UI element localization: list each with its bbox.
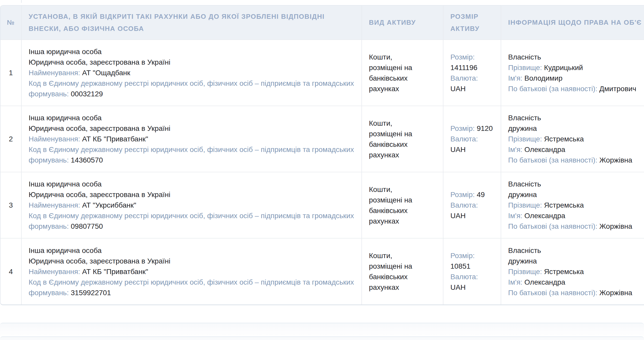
entity-code-line: Код в Єдиному державному реєстрі юридичн…: [29, 277, 354, 298]
entity-code-line: Код в Єдиному державному реєстрі юридичн…: [29, 78, 354, 99]
size-label: Розмір:: [450, 53, 475, 61]
firstname-value: Олександра: [524, 146, 565, 154]
col-header-asset-size: РОЗМІР АКТИВУ: [443, 6, 501, 40]
entity-kind: Інша юридична особа: [29, 46, 354, 57]
institution-cell: Інша юридична особа Юридична особа, заре…: [21, 106, 362, 172]
entity-registration: Юридична особа, зареєстрована в Україні: [29, 189, 354, 200]
entity-name-line: Найменування: АТ "Укрсиббанк": [29, 200, 354, 210]
entity-code-line: Код в Єдиному державному реєстрі юридичн…: [29, 210, 354, 232]
row-number: 1: [1, 40, 21, 106]
right-relation: дружина: [508, 123, 644, 134]
surname-value: Кудрицький: [544, 64, 583, 72]
name-value: АТ "Ощадбанк: [82, 69, 130, 77]
firstname-value: Олександра: [524, 212, 565, 220]
patronymic-value: Жоржівна: [599, 289, 632, 297]
name-label: Найменування:: [29, 135, 80, 143]
table-header: № УСТАНОВА, В ЯКІЙ ВІДКРИТІ ТАКІ РАХУНКИ…: [1, 6, 644, 40]
surname-line: Прізвище: Ястремська: [508, 266, 644, 277]
bank-assets-table: № УСТАНОВА, В ЯКІЙ ВІДКРИТІ ТАКІ РАХУНКИ…: [1, 6, 644, 304]
table-row-4: 4 Інша юридична особа Юридична особа, за…: [1, 238, 644, 304]
name-value: АТ КБ "Приватбанк": [82, 135, 148, 143]
institution-cell: Інша юридична особа Юридична особа, заре…: [21, 40, 362, 106]
size-value: 9120: [477, 124, 493, 132]
name-value: АТ КБ "Приватбанк": [82, 268, 148, 276]
entity-code-line: Код в Єдиному державному реєстрі юридичн…: [29, 144, 354, 165]
collapsed-section-bar-next[interactable]: [0, 336, 644, 340]
surname-line: Прізвище: Ястремська: [508, 134, 644, 144]
firstname-line: Ім'я: Володимир: [508, 73, 644, 83]
size-value: 49: [477, 191, 485, 199]
right-relation: дружина: [508, 256, 644, 266]
asset-size-cell: Розмір: 49 Валюта: UAH: [443, 172, 501, 238]
collapsed-section-bar[interactable]: [0, 323, 644, 336]
entity-name-line: Найменування: АТ КБ "Приватбанк": [29, 134, 354, 144]
firstname-label: Ім'я:: [508, 212, 522, 220]
right-type: Власність: [508, 179, 644, 189]
table-row-3: 3 Інша юридична особа Юридична особа, за…: [1, 172, 644, 238]
currency-value: UAH: [450, 85, 466, 93]
asset-type-cell: Кошти, розміщені на банківських рахунках: [362, 172, 443, 238]
asset-type-cell: Кошти, розміщені на банківських рахунках: [362, 106, 443, 172]
col-header-rights-info: ІНФОРМАЦІЯ ЩОДО ПРАВА НА ОБ'Є: [501, 6, 644, 40]
code-value: 00032129: [71, 90, 103, 98]
institution-cell: Інша юридична особа Юридична особа, заре…: [21, 172, 362, 238]
patronymic-value: Жоржівна: [599, 156, 632, 164]
currency-value: UAH: [450, 146, 466, 154]
size-value: 10851: [450, 262, 470, 270]
surname-label: Прізвище:: [508, 268, 542, 276]
surname-line: Прізвище: Ястремська: [508, 200, 644, 210]
currency-label: Валюта:: [450, 74, 478, 82]
surname-value: Ястремська: [544, 135, 584, 143]
col-header-asset-type: ВИД АКТИВУ: [362, 6, 443, 40]
patronymic-label: По батькові (за наявності):: [508, 289, 597, 297]
firstname-label: Ім'я:: [508, 146, 522, 154]
patronymic-label: По батькові (за наявності):: [508, 156, 597, 164]
currency-value-line: UAH: [450, 83, 494, 94]
patronymic-line: По батькові (за наявності): Жоржівна: [508, 155, 644, 165]
patronymic-label: По батькові (за наявності):: [508, 222, 597, 230]
currency-label: Валюта:: [450, 201, 478, 209]
patronymic-value: Жоржівна: [599, 222, 632, 230]
name-label: Найменування:: [29, 69, 80, 77]
row-number: 4: [1, 238, 21, 304]
right-type: Власність: [508, 245, 644, 256]
patronymic-line: По батькові (за наявності): Жоржівна: [508, 221, 644, 232]
size-line: Розмір: 49: [450, 189, 494, 200]
firstname-line: Ім'я: Олександра: [508, 210, 644, 221]
asset-type-value: Кошти, розміщені на банківських рахунках: [369, 184, 417, 226]
firstname-line: Ім'я: Олександра: [508, 144, 644, 155]
currency-value-line: UAH: [450, 282, 494, 293]
surname-label: Прізвище:: [508, 135, 542, 143]
currency-label: Валюта:: [450, 135, 478, 143]
surname-line: Прізвище: Кудрицький: [508, 62, 644, 73]
firstname-value: Олександра: [524, 278, 565, 286]
code-value: 09807750: [71, 222, 103, 230]
currency-label-line: Валюта:: [450, 134, 494, 144]
rights-info-cell: Власність дружина Прізвище: Ястремська І…: [501, 106, 644, 172]
asset-type-value: Кошти, розміщені на банківських рахунках: [369, 118, 417, 160]
institution-cell: Інша юридична особа Юридична особа, заре…: [21, 238, 362, 304]
entity-kind: Інша юридична особа: [29, 245, 354, 256]
patronymic-value: Дмитрович: [599, 85, 636, 93]
size-label: Розмір:: [450, 124, 475, 132]
rights-info-cell: Власність дружина Прізвище: Ястремська І…: [501, 172, 644, 238]
surname-value: Ястремська: [544, 201, 584, 209]
size-label: Розмір:: [450, 252, 475, 260]
currency-value-line: UAH: [450, 210, 494, 221]
asset-type-cell: Кошти, розміщені на банківських рахунках: [362, 40, 443, 106]
entity-kind: Інша юридична особа: [29, 113, 354, 123]
row-number: 3: [1, 172, 21, 238]
entity-name-line: Найменування: АТ "Ощадбанк: [29, 67, 354, 78]
asset-type-value: Кошти, розміщені на банківських рахунках: [369, 52, 417, 94]
right-type: Власність: [508, 52, 644, 62]
firstname-value: Володимир: [524, 74, 563, 82]
surname-value: Ястремська: [544, 268, 584, 276]
entity-registration: Юридична особа, зареєстрована в Україні: [29, 256, 354, 266]
rights-info-cell: Власність Прізвище: Кудрицький Ім'я: Вол…: [501, 40, 644, 106]
size-line: Розмір: 1411196: [450, 52, 494, 73]
rights-info-cell: Власність дружина Прізвище: Ястремська І…: [501, 238, 644, 304]
code-value: 3159922701: [71, 289, 111, 297]
table-row-1: 1 Інша юридична особа Юридична особа, за…: [1, 40, 644, 106]
currency-value-line: UAH: [450, 144, 494, 155]
right-type: Власність: [508, 113, 644, 123]
